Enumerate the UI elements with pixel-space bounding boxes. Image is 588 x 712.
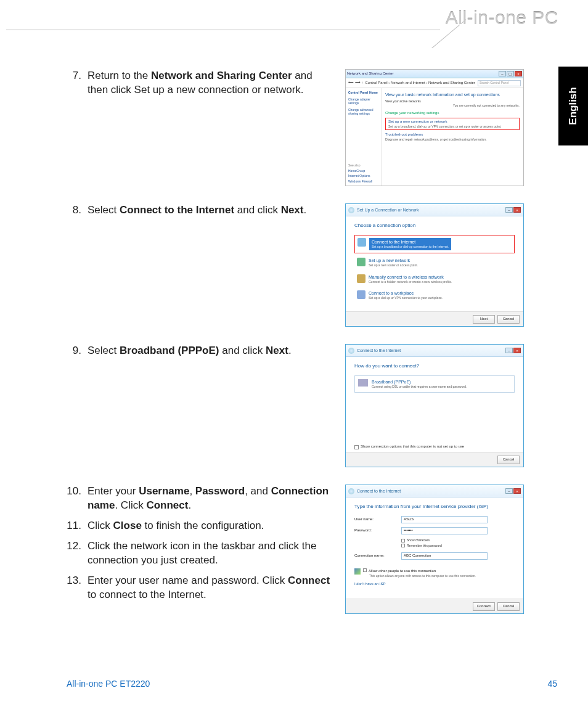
main-content: 7. Return to the Network and Sharing Cen… (67, 69, 557, 631)
show-options-checkbox[interactable]: Show connection options that this comput… (354, 444, 464, 449)
option-connect-internet[interactable]: Connect to the Internet Set up a broadba… (354, 235, 515, 253)
screenshot-isp-info: Connect to the Internet –× Type the info… (345, 485, 524, 614)
option-broadband-pppoe[interactable]: Broadband (PPPoE) Connect using DSL or c… (354, 375, 515, 393)
username-input[interactable]: ASUS (401, 516, 488, 523)
back-icon[interactable] (348, 207, 354, 213)
show-characters-checkbox[interactable]: Show characters (401, 538, 515, 542)
close-icon: × (513, 207, 521, 213)
step-10: 10. Enter your Username, Password, and C… (67, 485, 332, 513)
sidebar-link[interactable]: Change adapter settings (348, 97, 378, 105)
wifi-icon (357, 274, 365, 283)
option-workplace[interactable]: Connect to a workplaceSet up a dial-up o… (354, 288, 515, 303)
cancel-button[interactable]: Cancel (497, 602, 520, 611)
password-input[interactable]: ••••••• (401, 527, 488, 534)
close-icon: × (515, 71, 522, 76)
screenshot-network-sharing-center: Network and Sharing Center –▢× ⟵ ⟶ ↑ Con… (345, 69, 524, 186)
close-icon: × (513, 348, 521, 353)
page-brand: All-in-one PC (446, 7, 558, 28)
step-12: 12. Click the network icon in the taskba… (67, 539, 332, 568)
step-9: 9. Select Broadband (PPPoE) and click Ne… (67, 344, 332, 358)
globe-icon (357, 238, 366, 247)
language-tab: English (558, 67, 588, 145)
highlight-setup-connection[interactable]: Set up a new connection or network Set u… (385, 118, 520, 130)
close-icon: × (513, 488, 521, 494)
step-11: 11. Click Close to finish the configurat… (67, 519, 332, 533)
back-icon[interactable] (348, 488, 354, 494)
cancel-button[interactable]: Cancel (497, 315, 520, 324)
building-icon (357, 290, 365, 299)
cancel-button[interactable]: Cancel (497, 456, 520, 464)
remember-password-checkbox[interactable]: Remember this password (401, 544, 515, 548)
connect-button[interactable]: Connect (473, 602, 495, 611)
next-button[interactable]: Next (473, 315, 495, 324)
modem-icon (358, 379, 368, 387)
search-input[interactable]: Search Control Panel (478, 80, 521, 86)
no-isp-link[interactable]: I don't have an ISP (354, 582, 515, 587)
step-7: 7. Return to the Network and Sharing Cen… (67, 69, 332, 97)
option-wireless[interactable]: Manually connect to a wireless networkCo… (354, 272, 515, 287)
step-8: 8. Select Connect to the Internet and cl… (67, 203, 332, 218)
footer-model: All-in-one PC ET2220 (67, 679, 150, 689)
router-icon (357, 258, 365, 266)
sidebar-link[interactable]: Change advanced sharing settings (348, 108, 378, 116)
step-13: 13. Enter your user name and password. C… (67, 574, 332, 602)
connection-name-input[interactable]: ABC Connection (401, 552, 488, 560)
page-number: 45 (547, 679, 557, 689)
screenshot-connect-internet: Connect to the Internet –× How do you wa… (345, 344, 524, 467)
back-icon[interactable] (348, 348, 354, 354)
allow-others-checkbox[interactable]: Allow other people to use this connectio… (354, 568, 515, 578)
screenshot-setup-connection: Set Up a Connection or Network –× Choose… (345, 203, 524, 327)
option-new-network[interactable]: Set up a new networkSet up a new router … (354, 255, 515, 270)
shield-icon (354, 568, 361, 575)
